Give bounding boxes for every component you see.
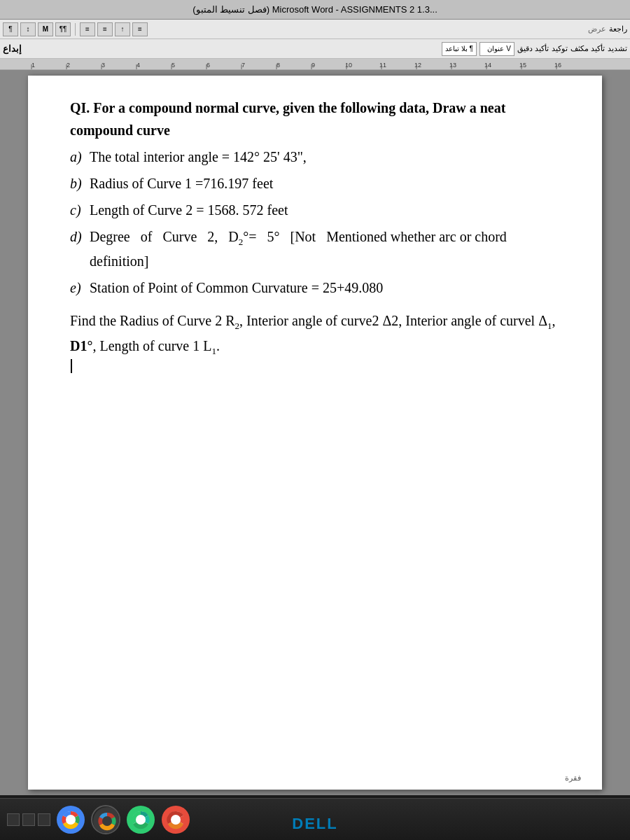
svg-point-42 [136,815,146,825]
svg-text:3: 3 [102,62,105,69]
find-text: Find the Radius of Curve 2 R2, Interior … [70,309,567,359]
svg-text:15: 15 [519,62,526,69]
sub-label-b: b) [70,172,90,195]
svg-point-36 [66,815,76,825]
updown-btn[interactable]: ↕ [20,22,36,36]
sub-content-c: Length of Curve 2 = 1568. 572 feet [90,199,567,221]
taskbar-chrome-4[interactable] [161,805,190,834]
toolbar-row1: راجعة عرض ¶ ↕ M ¶¶ ≡ ≡ ↑ ≡ [0,20,630,39]
svg-text:2: 2 [66,62,70,69]
taskbar-chrome-2[interactable] [91,805,120,834]
align-btn2[interactable]: ≡ [97,22,113,36]
up-arrow-btn[interactable]: ↑ [115,22,130,36]
toolbar-label-left: عرض [588,24,606,34]
svg-text:1: 1 [31,62,35,69]
taskbar: DELL [0,798,630,840]
taskbar-chrome-1[interactable] [56,805,85,834]
m-btn[interactable]: M [38,22,53,36]
sub-item-a: a) The total interior angle = 142° 25' 4… [70,146,567,168]
taskbar-mini-icon3 [38,813,50,826]
dell-logo: DELL [292,815,337,833]
question-title: QI. For a compound normal curve, given t… [70,97,567,141]
svg-text:5: 5 [172,62,175,69]
svg-text:9: 9 [312,62,315,69]
svg-text:6: 6 [206,62,210,69]
no-spacing-dropdown[interactable]: ¶ بلا تباعد [442,42,477,56]
svg-point-39 [102,816,112,826]
svg-text:8: 8 [276,62,280,69]
svg-text:16: 16 [554,62,561,69]
svg-point-45 [171,815,181,825]
toolbar-row2: تشديد تأكيد مكثف توكيد تأكيد دقيق V عنوا… [0,39,630,59]
svg-text:4: 4 [136,62,140,69]
page-number: فقرة [565,774,581,783]
svg-text:11: 11 [379,62,386,69]
title-text: (فصل تنسيط المتبو) Microsoft Word - ASSI… [192,4,438,15]
sub-item-b: b) Radius of Curve 1 =716.197 feet [70,172,567,195]
q1-bold: QI. For a compound normal curve, given t… [70,100,505,138]
sub-item-d: d) Degree of Curve 2, D2°= 5° [Not Menti… [70,225,567,272]
svg-text:12: 12 [414,62,421,69]
title-bar: (فصل تنسيط المتبو) Microsoft Word - ASSI… [0,0,630,20]
taskbar-mini-icon2 [22,813,35,826]
sub-content-b: Radius of Curve 1 =716.197 feet [90,172,567,195]
para-double-btn[interactable]: ¶¶ [55,22,71,36]
text-cursor [71,359,72,373]
list-btn[interactable]: ≡ [132,22,148,36]
document-page: QI. For a compound normal curve, given t… [28,76,602,790]
sub-content-d: Degree of Curve 2, D2°= 5° [Not Mentione… [90,225,567,272]
taskbar-chrome-3[interactable] [126,805,155,834]
align-btn1[interactable]: ≡ [80,22,95,36]
toolbar-label-right: راجعة [609,24,627,34]
sub-item-c: c) Length of Curve 2 = 1568. 572 feet [70,199,567,221]
v-unwan-dropdown[interactable]: V عنوان [479,42,514,56]
ibdaa-label: إبداع [3,43,22,54]
document-area: QI. For a compound normal curve, given t… [0,70,630,795]
svg-text:13: 13 [449,62,456,69]
para-mark-btn[interactable]: ¶ [3,22,18,36]
sub-label-c: c) [70,199,90,221]
ruler: 1 2 3 4 5 6 7 8 9 10 11 12 13 14 15 16 [0,59,630,70]
sub-label-a: a) [70,146,90,168]
svg-text:14: 14 [484,62,491,69]
tb-label-takid2: تأكيد دقيق [517,44,549,53]
sub-content-e: Station of Point of Common Curvature = 2… [90,276,567,299]
svg-text:7: 7 [241,62,245,69]
tb-label-tokid: توكيد [552,44,568,53]
ruler-marks: 1 2 3 4 5 6 7 8 9 10 11 12 13 14 15 16 [0,59,630,70]
taskbar-mini-icon1 [7,813,20,826]
sub-label-e: e) [70,276,90,299]
sub-content-a: The total interior angle = 142° 25' 43", [90,146,567,168]
tb-label-takid: تأكيد مكثف [570,44,605,53]
sub-item-e: e) Station of Point of Common Curvature … [70,276,567,299]
sub-label-d: d) [70,225,90,248]
tb-label-tashded: تشديد [608,44,627,53]
